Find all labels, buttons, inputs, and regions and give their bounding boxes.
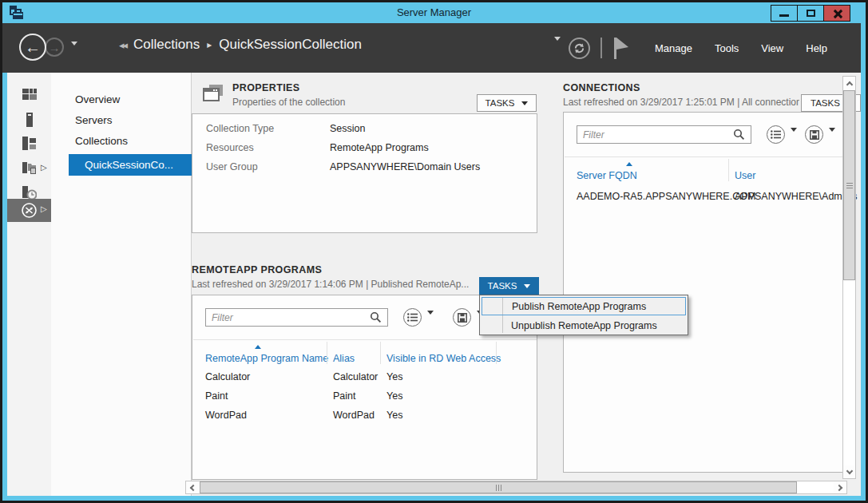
properties-subtitle: Properties of the collection (232, 97, 472, 108)
view-options-button[interactable] (767, 125, 785, 144)
column-divider (728, 159, 729, 181)
sort-ascending-icon (255, 345, 261, 349)
menu-view[interactable]: View (750, 42, 795, 54)
horizontal-scrollbar[interactable] (185, 481, 847, 494)
flag-icon (612, 36, 631, 60)
column-header-server-fqdn[interactable]: Server FQDN (577, 170, 637, 181)
save-view-button[interactable] (805, 125, 823, 144)
remoteapp-tasks-button[interactable]: TASKS (479, 277, 539, 295)
history-chevron-down-icon[interactable] (71, 46, 77, 60)
properties-tile-icon (201, 83, 225, 108)
chevron-down-icon[interactable] (791, 132, 797, 146)
save-icon (810, 130, 819, 140)
dashboard-icon[interactable] (7, 89, 51, 101)
navbar-right-cluster: Manage Tools View Help (554, 23, 866, 73)
connections-box: Server FQDN User AADEMO-RA5.APPSANYWHERE… (563, 112, 856, 473)
cell-visible: Yes (386, 410, 402, 421)
properties-tasks-button[interactable]: TASKS (477, 94, 537, 112)
window-title: Server Manager (2, 6, 866, 18)
field-label: Resources (206, 142, 254, 153)
column-header-remoteapp-program-name[interactable]: RemoteApp Program Name (205, 353, 328, 364)
navigation-pane: Overview Servers Collections QuickSessio… (51, 73, 192, 496)
save-view-button[interactable] (453, 308, 471, 327)
connections-title: CONNECTIONS (563, 82, 640, 93)
scroll-left-arrow-icon[interactable] (186, 481, 199, 493)
chevron-down-icon[interactable] (427, 315, 434, 329)
field-label: Collection Type (206, 123, 274, 134)
cell-user: APPSANYWHERE\Adminis (735, 191, 858, 202)
field-value: Session (330, 123, 365, 134)
scroll-right-arrow-icon[interactable] (834, 481, 846, 493)
tasks-dropdown-menu: Publish RemoteApp Programs Unpublish Rem… (479, 295, 688, 335)
save-icon (458, 313, 467, 323)
sidebar-item-quicksessioncollection[interactable]: QuickSessionCo... (69, 154, 192, 176)
refresh-chevron-down-icon[interactable] (554, 41, 561, 55)
column-header-alias[interactable]: Alias (333, 353, 355, 364)
refresh-icon (573, 42, 585, 54)
connections-filter-input[interactable] (577, 125, 751, 144)
all-servers-icon[interactable] (7, 137, 51, 150)
remote-desktop-services-selected-row[interactable]: ▷ (7, 199, 51, 222)
title-bar: Server Manager (2, 2, 866, 23)
sidebar-item-collections[interactable]: Collections (75, 135, 128, 147)
properties-title: PROPERTIES (232, 82, 300, 93)
menu-help[interactable]: Help (795, 42, 838, 54)
remoteapp-title: REMOTEAPP PROGRAMS (192, 264, 322, 275)
chevron-down-icon (524, 284, 530, 288)
field-value: RemoteApp Programs (330, 142, 429, 153)
notifications-flag-button[interactable] (612, 36, 631, 60)
navigation-icon-strip: ▷ ▷ (7, 73, 51, 496)
expand-arrow-icon[interactable]: ▷ (41, 204, 47, 213)
breadcrumb-item-quicksessioncollection[interactable]: QuickSessionCollection (219, 37, 362, 53)
refresh-button[interactable] (569, 38, 590, 59)
connections-tasks-label: TASKS (811, 98, 840, 108)
window-border-bottom (2, 496, 866, 501)
scroll-up-arrow-icon[interactable] (843, 77, 855, 89)
close-button[interactable] (823, 5, 850, 22)
menu-manage[interactable]: Manage (644, 42, 704, 54)
field-value: APPSANYWHERE\Domain Users (330, 161, 480, 172)
breadcrumb-item-collections[interactable]: Collections (133, 37, 200, 53)
forward-button[interactable]: → (45, 38, 64, 57)
cell-name: WordPad (205, 410, 247, 421)
connections-subtitle: Last refreshed on 3/29/2017 1:25:01 PM |… (563, 97, 799, 108)
field-label: User Group (206, 161, 258, 172)
column-header-user[interactable]: User (735, 170, 755, 181)
cell-name: Paint (205, 390, 228, 402)
horizontal-scrollbar-thumb[interactable] (200, 481, 797, 493)
minimize-button[interactable] (771, 5, 798, 22)
cell-visible: Yes (386, 371, 402, 382)
main-body: ▷ ▷ Overview Servers Collections QuickSe… (2, 73, 866, 501)
menu-item-unpublish-remoteapp-programs[interactable]: Unpublish RemoteApp Programs (482, 316, 686, 335)
sidebar-item-servers[interactable]: Servers (75, 114, 113, 126)
cell-name: Calculator (205, 371, 250, 382)
local-server-icon[interactable] (7, 113, 51, 127)
maximize-icon (807, 10, 815, 17)
column-header-visible-in-rd-web-access[interactable]: Visible in RD Web Access (386, 353, 501, 364)
vertical-scrollbar[interactable] (842, 76, 856, 479)
list-icon (407, 313, 418, 322)
vertical-scrollbar-thumb[interactable] (843, 90, 855, 280)
view-options-button[interactable] (403, 308, 422, 327)
menu-tools[interactable]: Tools (704, 42, 750, 54)
breadcrumb: ◂◂ Collections ▸ QuickSessionCollection (119, 37, 362, 53)
navigation-bar: ← → ◂◂ Collections ▸ QuickSessionCollect… (2, 23, 866, 73)
maximize-button[interactable] (797, 5, 824, 22)
remoteapp-subtitle: Last refreshed on 3/29/2017 1:14:06 PM |… (192, 279, 479, 290)
expand-arrow-icon[interactable]: ▷ (41, 163, 47, 172)
menu-item-publish-remoteapp-programs[interactable]: Publish RemoteApp Programs (482, 297, 686, 315)
breadcrumb-collapse-icon[interactable]: ◂◂ (119, 39, 126, 51)
chevron-down-icon[interactable] (829, 132, 835, 146)
breadcrumb-separator-icon: ▸ (207, 39, 212, 50)
window-border-left (2, 73, 7, 501)
back-button[interactable]: ← (19, 34, 46, 61)
search-icon (733, 129, 745, 144)
sidebar-item-overview[interactable]: Overview (75, 93, 120, 105)
list-icon (771, 130, 781, 139)
minimize-icon (779, 14, 789, 17)
window-controls (771, 5, 850, 22)
cell-visible: Yes (386, 390, 402, 402)
scroll-down-arrow-icon[interactable] (843, 465, 855, 478)
remoteapp-filter-input[interactable] (205, 308, 388, 327)
cell-alias: Calculator (333, 371, 378, 382)
